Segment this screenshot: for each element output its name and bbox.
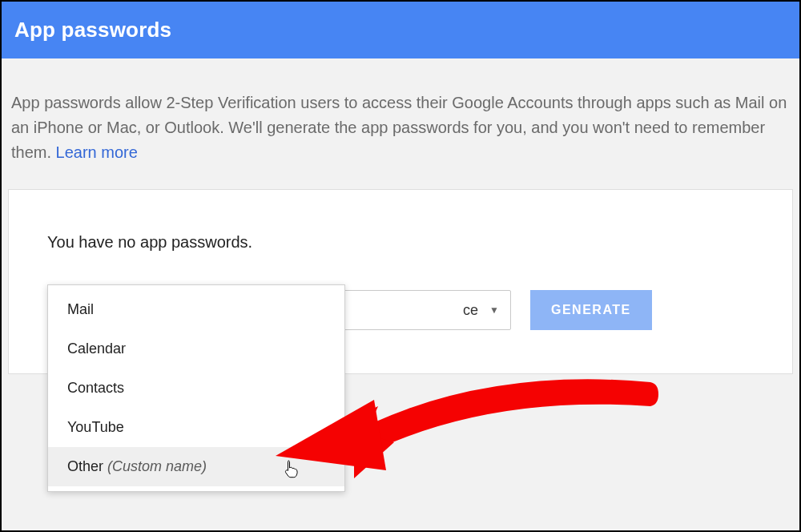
select-app-menu: Mail Calendar Contacts YouTube Other (Cu… xyxy=(47,284,345,492)
description-text: App passwords allow 2-Step Verification … xyxy=(8,91,793,189)
dropdown-item-contacts[interactable]: Contacts xyxy=(48,369,344,408)
app-passwords-card: You have no app passwords. Select app ▼ … xyxy=(8,189,793,374)
select-device-dropdown[interactable]: ce ▼ xyxy=(343,290,511,330)
hand-cursor-icon xyxy=(284,459,300,482)
dropdown-item-mail[interactable]: Mail xyxy=(48,290,344,329)
select-device-label: ce xyxy=(463,302,478,319)
chevron-down-icon: ▼ xyxy=(489,304,499,316)
dropdown-item-youtube[interactable]: YouTube xyxy=(48,408,344,447)
dropdown-item-other[interactable]: Other (Custom name) xyxy=(48,447,344,486)
page-title: App passwords xyxy=(14,18,171,42)
dropdown-item-label: Mail xyxy=(67,301,94,317)
learn-more-link[interactable]: Learn more xyxy=(56,143,138,161)
dropdown-item-calendar[interactable]: Calendar xyxy=(48,329,344,369)
dropdown-item-label: YouTube xyxy=(67,419,124,435)
dropdown-item-label: Contacts xyxy=(67,380,124,396)
dropdown-item-label: Calendar xyxy=(67,341,126,357)
controls-row: Select app ▼ ce ▼ GENERATE Mail Calendar… xyxy=(47,290,754,330)
page-header: App passwords xyxy=(2,2,799,58)
dropdown-item-suffix: (Custom name) xyxy=(107,458,207,474)
generate-button[interactable]: GENERATE xyxy=(530,290,652,330)
dropdown-item-label: Other xyxy=(67,458,107,474)
no-passwords-message: You have no app passwords. xyxy=(47,233,754,252)
content-area: App passwords allow 2-Step Verification … xyxy=(2,58,799,531)
